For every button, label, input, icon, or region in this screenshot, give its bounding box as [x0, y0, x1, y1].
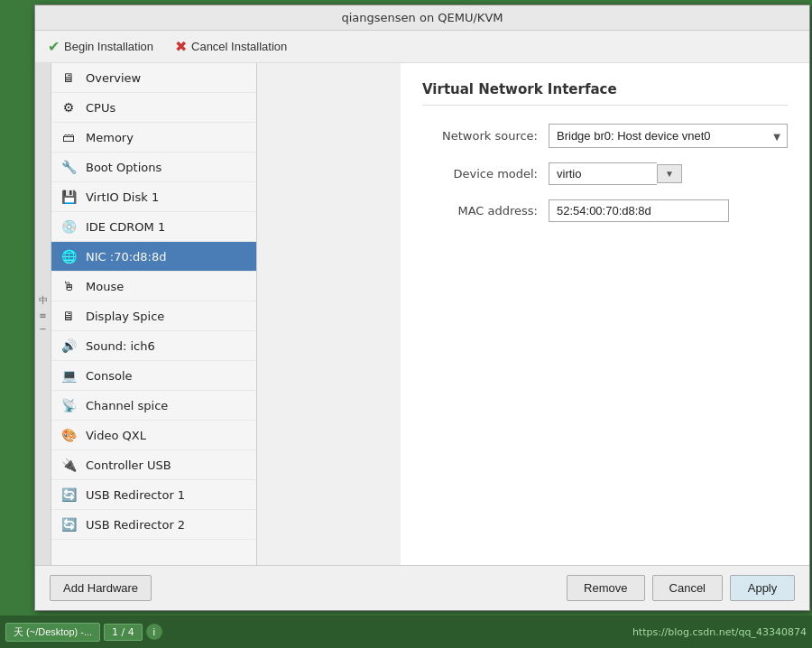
- sidebar-item-boot-label: Boot Options: [86, 161, 161, 174]
- sidebar-item-display-spice[interactable]: 🖥 Display Spice: [51, 301, 256, 331]
- sidebar-item-controller-usb[interactable]: 🔌 Controller USB: [51, 450, 256, 480]
- sidebar-item-cpus[interactable]: ⚙ CPUs: [51, 93, 256, 123]
- cancel-label: Cancel: [669, 581, 706, 595]
- mouse-icon: 🖱: [59, 276, 78, 296]
- begin-installation-button[interactable]: ✔ Begin Installation: [44, 36, 157, 57]
- taskbar-terminal-label: 天 (~/Desktop) -...: [14, 626, 92, 637]
- usb-redir1-icon: 🔄: [59, 485, 78, 505]
- video-icon: 🎨: [59, 425, 78, 445]
- sidebar-item-nic[interactable]: 🌐 NIC :70:d8:8d: [51, 242, 256, 272]
- channel-icon: 📡: [59, 395, 78, 415]
- console-icon: 💻: [59, 366, 78, 385]
- minus-icon: −: [39, 324, 46, 334]
- apply-label: Apply: [748, 581, 778, 595]
- sidebar-item-cdrom-label: IDE CDROM 1: [86, 220, 165, 234]
- bottom-right-buttons: Remove Cancel Apply: [567, 575, 795, 601]
- sidebar-item-video-label: Video QXL: [86, 429, 146, 442]
- taskbar-url: https://blog.csdn.net/qq_43340874: [632, 626, 807, 638]
- sidebar-item-memory[interactable]: 🗃 Memory: [51, 123, 256, 153]
- remove-button[interactable]: Remove: [567, 575, 644, 601]
- sidebar-item-boot-options[interactable]: 🔧 Boot Options: [51, 153, 256, 182]
- network-source-row: Network source: Bridge br0: Host device …: [422, 124, 788, 148]
- cdrom-icon: 💿: [59, 217, 78, 236]
- device-model-label: Device model:: [422, 167, 549, 181]
- remove-label: Remove: [584, 581, 627, 595]
- sidebar-item-ide-cdrom[interactable]: 💿 IDE CDROM 1: [51, 212, 256, 242]
- nic-icon: 🌐: [59, 246, 78, 266]
- sidebar-item-console-label: Console: [86, 369, 133, 383]
- sidebar-collapse-toggle[interactable]: 中 ≡ −: [35, 63, 51, 565]
- disk-icon: 💾: [59, 187, 78, 207]
- apply-button[interactable]: Apply: [730, 575, 795, 601]
- bottom-bar: Add Hardware Remove Cancel Apply: [35, 565, 809, 610]
- device-model-row: Device model: ▼: [422, 162, 788, 185]
- sidebar-item-channel-label: Channel spice: [86, 399, 168, 412]
- window-title: qiangsensen on QEMU/KVM: [342, 11, 503, 24]
- x-icon: ✖: [175, 38, 187, 55]
- display-icon: 🖥: [59, 306, 78, 326]
- main-panel: Virtual Network Interface Network source…: [401, 63, 809, 565]
- info-icon[interactable]: i: [146, 624, 162, 640]
- sidebar-item-mouse-label: Mouse: [86, 280, 124, 293]
- mac-address-row: MAC address:: [422, 199, 788, 222]
- cancel-installation-button[interactable]: ✖ Cancel Installation: [171, 36, 291, 57]
- sidebar-item-display-label: Display Spice: [86, 310, 164, 323]
- network-source-select-wrapper: Bridge br0: Host device vnet0 NAT Isolat…: [549, 124, 788, 148]
- boot-icon: 🔧: [59, 157, 78, 177]
- taskbar-terminal-button[interactable]: 天 (~/Desktop) -...: [5, 623, 100, 642]
- sidebar-item-usb-redirector-1[interactable]: 🔄 USB Redirector 1: [51, 480, 256, 510]
- device-model-input-wrapper: ▼: [549, 162, 788, 185]
- add-hardware-button[interactable]: Add Hardware: [50, 575, 152, 601]
- mac-address-field[interactable]: [549, 199, 729, 222]
- cpus-icon: ⚙: [59, 97, 78, 117]
- pager[interactable]: 1 / 4: [104, 624, 143, 641]
- sidebar-item-video-qxl[interactable]: 🎨 Video QXL: [51, 421, 256, 450]
- mac-address-label: MAC address:: [422, 204, 549, 218]
- sound-icon: 🔊: [59, 336, 78, 356]
- sidebar-wrapper: 中 ≡ − 🖥 Overview ⚙ CPUs 🗃 Memory: [35, 63, 401, 565]
- sidebar-item-usb-redirector-2[interactable]: 🔄 USB Redirector 2: [51, 510, 256, 540]
- toolbar: ✔ Begin Installation ✖ Cancel Installati…: [35, 31, 809, 63]
- device-model-field[interactable]: [549, 162, 657, 185]
- sidebar-item-mouse[interactable]: 🖱 Mouse: [51, 272, 256, 301]
- sidebar-item-cpus-label: CPUs: [86, 101, 115, 115]
- add-hardware-label: Add Hardware: [63, 581, 138, 595]
- sidebar: 🖥 Overview ⚙ CPUs 🗃 Memory 🔧 Boot Option…: [51, 63, 257, 565]
- sidebar-item-console[interactable]: 💻 Console: [51, 361, 256, 391]
- device-model-dropdown-button[interactable]: ▼: [657, 164, 682, 183]
- cancel-installation-label: Cancel Installation: [191, 40, 287, 53]
- sidebar-item-memory-label: Memory: [86, 131, 134, 144]
- taskbar-url-label: https://blog.csdn.net/qq_43340874: [632, 626, 807, 638]
- sidebar-item-channel-spice[interactable]: 📡 Channel spice: [51, 391, 256, 421]
- begin-installation-label: Begin Installation: [64, 40, 153, 53]
- sidebar-item-usb-redir1-label: USB Redirector 1: [86, 488, 185, 502]
- sidebar-item-overview-label: Overview: [86, 71, 141, 85]
- network-source-select[interactable]: Bridge br0: Host device vnet0 NAT Isolat…: [549, 124, 788, 148]
- sidebar-item-virtio-label: VirtIO Disk 1: [86, 190, 159, 204]
- cancel-button[interactable]: Cancel: [652, 575, 723, 601]
- network-source-label: Network source:: [422, 129, 549, 143]
- sidebar-item-virtio-disk[interactable]: 💾 VirtIO Disk 1: [51, 182, 256, 212]
- sidebar-item-sound[interactable]: 🔊 Sound: ich6: [51, 331, 256, 361]
- usb-redir2-icon: 🔄: [59, 514, 78, 534]
- checkmark-icon: ✔: [48, 38, 60, 55]
- sidebar-item-nic-label: NIC :70:d8:8d: [86, 250, 167, 264]
- usb-ctrl-icon: 🔌: [59, 455, 78, 475]
- title-bar: qiangsensen on QEMU/KVM: [35, 5, 809, 31]
- sidebar-item-sound-label: Sound: ich6: [86, 339, 155, 353]
- content-area: 中 ≡ − 🖥 Overview ⚙ CPUs 🗃 Memory: [35, 63, 809, 565]
- sidebar-item-overview[interactable]: 🖥 Overview: [51, 63, 256, 93]
- sidebar-item-usb-redir2-label: USB Redirector 2: [86, 518, 185, 532]
- memory-icon: 🗃: [59, 127, 78, 147]
- mac-address-input-wrapper: [549, 199, 788, 222]
- pager-label: 1 / 4: [112, 626, 134, 638]
- device-model-combo: ▼: [549, 162, 682, 185]
- main-dialog: qiangsensen on QEMU/KVM ✔ Begin Installa…: [34, 5, 810, 611]
- panel-title: Virtual Network Interface: [422, 81, 788, 106]
- collapse-icon: 中: [39, 294, 48, 307]
- overview-icon: 🖥: [59, 68, 78, 88]
- taskbar: 天 (~/Desktop) -... 1 / 4 i https://blog.…: [0, 616, 812, 648]
- list-icon: ≡: [39, 310, 46, 320]
- sidebar-item-usb-ctrl-label: Controller USB: [86, 458, 171, 472]
- network-source-input-wrapper: Bridge br0: Host device vnet0 NAT Isolat…: [549, 124, 788, 148]
